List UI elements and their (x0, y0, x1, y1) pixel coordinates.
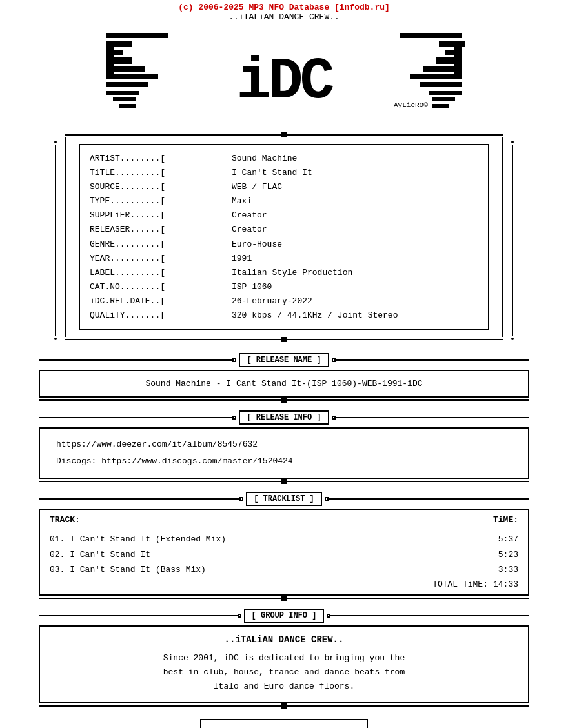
info-row-releaser: RELEASER......[ Creator (90, 223, 478, 237)
idc-logo: iDC AyLicRO© (103, 26, 465, 126)
release-info-section: https://www.deezer.com/it/album/85457632… (0, 427, 568, 479)
release-name-label: [ RELEASE NAME ] (239, 353, 329, 367)
artist-val: Sound Machine (232, 152, 297, 166)
group-info-content: ..iTALiAN DANCE CREW.. Since 2001, iDC i… (40, 625, 528, 703)
tracklist-label: [ TRACKLIST ] (246, 492, 322, 506)
release-info-bottom (39, 479, 529, 484)
track-time: 5:37 (498, 532, 518, 547)
total-time-row: TOTAL TiME: 14:33 (50, 580, 518, 589)
type-key: TYPE..........[ (90, 194, 232, 208)
track-title: 02. I Can't Stand It (50, 547, 150, 562)
info-row-artist: ARTiST........[ Sound Machine (90, 152, 478, 166)
header: (c) 2006-2025 MP3 NFO Database [infodb.r… (0, 0, 568, 23)
track-col-header: TRACK: (50, 515, 80, 525)
release-name-section: Sound_Machine_-_I_Cant_Stand_It-(ISP_106… (0, 370, 568, 398)
release-name-value: Sound_Machine_-_I_Cant_Stand_It-(ISP_106… (145, 379, 422, 389)
year-key: YEAR..........[ (90, 252, 232, 266)
catno-val: ISP 1060 (232, 280, 272, 294)
release-info-content: https://www.deezer.com/it/album/85457632… (40, 427, 528, 479)
info-row-reldate: iDC.REL.DATE..[ 26-February-2022 (90, 294, 478, 308)
info-row-supplier: SUPPLiER......[ Creator (90, 208, 478, 223)
label-key: LABEL.........[ (90, 266, 232, 280)
page-wrapper: (c) 2006-2025 MP3 NFO Database [infodb.r… (0, 0, 568, 728)
release-name-header: [ RELEASE NAME ] (39, 353, 529, 367)
svg-rect-3 (107, 50, 123, 55)
group-description: Since 2001, iDC is dedicated to bringing… (53, 651, 515, 694)
svg-rect-6 (107, 74, 158, 79)
right-ornament (503, 141, 522, 340)
type-val: Maxi (232, 194, 252, 208)
svg-rect-9 (113, 97, 136, 101)
release-info-frame: https://www.deezer.com/it/album/85457632… (39, 427, 529, 479)
info-row-source: SOURCE........[ WEB / FLAC (90, 180, 478, 194)
title-val: I Can't Stand It (232, 166, 312, 180)
svg-text:iDC: iDC (236, 49, 333, 115)
logo-area: iDC AyLicRO© (0, 23, 568, 129)
tracklist-header-line: [ TRACKLIST ] (39, 492, 529, 506)
track-row: 03. I Can't Stand It (Bass Mix)3:33 (50, 562, 518, 577)
source-key: SOURCE........[ (90, 180, 232, 194)
info-box: ARTiST........[ Sound Machine TiTLE.....… (65, 137, 503, 337)
genre-val: Euro-House (232, 238, 282, 252)
track-title: 01. I Can't Stand It (Extended Mix) (50, 532, 226, 547)
svg-rect-19 (429, 91, 462, 95)
release-info-header: [ RELEASE INFO ] (39, 410, 529, 425)
svg-rect-20 (432, 97, 455, 101)
info-row-label: LABEL.........[ Italian Style Production (90, 266, 478, 280)
releaser-key: RELEASER......[ (90, 223, 232, 237)
track-list: 01. I Can't Stand It (Extended Mix)5:370… (50, 532, 518, 577)
track-time: 5:23 (498, 547, 518, 562)
release-name-frame: Sound_Machine_-_I_Cant_Stand_It-(ISP_106… (39, 370, 529, 398)
tracklist-separator (50, 529, 518, 529)
catno-key: CAT.NO........[ (90, 280, 232, 294)
svg-rect-14 (445, 50, 462, 55)
info-inner-box: ARTiST........[ Sound Machine TiTLE.....… (79, 144, 489, 330)
release-info-line1: https://www.deezer.com/it/album/85457632 (56, 436, 512, 453)
tracklist-frame: TRACK: TiME: 01. I Can't Stand It (Exten… (39, 509, 529, 596)
releaser-val: Creator (232, 223, 267, 237)
info-top-connector (65, 132, 503, 137)
info-row-genre: GENRE.........[ Euro-House (90, 238, 478, 252)
svg-rect-4 (107, 57, 132, 64)
quality-key: QUALiTY.......[ (90, 308, 232, 323)
svg-rect-13 (439, 41, 465, 47)
info-row-type: TYPE..........[ Maxi (90, 194, 478, 208)
reldate-key: iDC.REL.DATE..[ (90, 294, 232, 308)
info-section: ARTiST........[ Sound Machine TiTLE.....… (0, 132, 568, 342)
track-title: 03. I Can't Stand It (Bass Mix) (50, 562, 206, 577)
svg-rect-16 (423, 66, 462, 72)
release-name-content: Sound_Machine_-_I_Cant_Stand_It-(ISP_106… (40, 370, 528, 398)
right-border (528, 370, 529, 398)
svg-rect-0 (107, 33, 168, 38)
svg-rect-18 (420, 82, 462, 87)
group-info-frame: ..iTALiAN DANCE CREW.. Since 2001, iDC i… (39, 625, 529, 703)
info-row-quality: QUALiTY.......[ 320 kbps / 44.1KHz / Joi… (90, 308, 478, 323)
supplier-key: SUPPLiER......[ (90, 208, 232, 223)
year-val: 1991 (232, 252, 252, 266)
track-time: 3:33 (498, 562, 518, 577)
release-info-line2: Discogs: https://www.discogs.com/master/… (56, 453, 512, 470)
svg-rect-5 (107, 66, 145, 72)
svg-rect-2 (107, 41, 132, 47)
quality-val: 320 kbps / 44.1KHz / Joint Stereo (232, 308, 398, 323)
svg-rect-17 (410, 74, 462, 79)
shl-node (232, 358, 236, 362)
svg-rect-8 (107, 91, 139, 95)
svg-rect-21 (432, 104, 449, 108)
ri-node-l (232, 416, 236, 420)
svg-rect-11 (400, 33, 462, 38)
tracklist-column-headers: TRACK: TiME: (50, 515, 518, 526)
track-row: 02. I Can't Stand It5:23 (50, 547, 518, 562)
label-val: Italian Style Production (232, 266, 352, 280)
svg-text:AyLicRO©: AyLicRO© (394, 101, 428, 109)
info-row-year: YEAR..........[ 1991 (90, 252, 478, 266)
left-ornament (46, 141, 65, 340)
copyright-text: (c) 2006-2025 MP3 NFO Database [infodb.r… (0, 3, 568, 12)
source-val: WEB / FLAC (232, 180, 282, 194)
greetz-section: ————[GREETZ]———— ... to all our friends … (0, 719, 568, 728)
group-info-bottom (39, 703, 529, 709)
svg-rect-15 (436, 57, 462, 64)
group-info-label: [ GROUP INFO ] (244, 609, 325, 623)
tracklist-content: TRACK: TiME: 01. I Can't Stand It (Exten… (40, 509, 528, 596)
group-info-header-line: [ GROUP INFO ] (39, 609, 529, 623)
